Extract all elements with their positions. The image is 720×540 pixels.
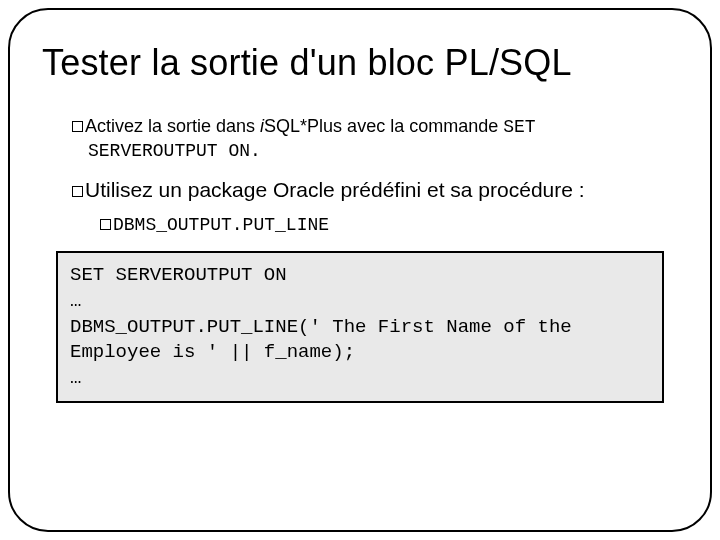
square-bullet-icon [100, 219, 111, 230]
code-line-2: … [70, 290, 81, 312]
code-line-3: DBMS_OUTPUT.PUT_LINE(' The First Name of… [70, 316, 583, 364]
bullet-1-mid: SQL*Plus avec la commande [264, 116, 503, 136]
bullet-1-pre: Activez la sortie dans [85, 116, 260, 136]
code-line-4: … [70, 367, 81, 389]
square-bullet-icon [72, 186, 83, 197]
code-line-1: SET SERVEROUTPUT ON [70, 264, 287, 286]
bullet-3-text: DBMS_OUTPUT.PUT_LINE [113, 215, 329, 235]
slide: Tester la sortie d'un bloc PL/SQL Active… [0, 0, 720, 540]
slide-content: Activez la sortie dans iSQL*Plus avec la… [72, 114, 664, 237]
bullet-1-cmd2: SERVEROUTPUT ON. [88, 139, 664, 163]
square-bullet-icon [72, 121, 83, 132]
bullet-1: Activez la sortie dans iSQL*Plus avec la… [72, 114, 664, 164]
bullet-3: DBMS_OUTPUT.PUT_LINE [100, 212, 664, 237]
bullet-1-cmd1: SET [503, 117, 535, 137]
slide-title: Tester la sortie d'un bloc PL/SQL [42, 42, 696, 84]
bullet-2-text: Utilisez un package Oracle prédéfini et … [85, 178, 585, 201]
bullet-2: Utilisez un package Oracle prédéfini et … [72, 176, 664, 204]
code-block: SET SERVEROUTPUT ON … DBMS_OUTPUT.PUT_LI… [56, 251, 664, 403]
